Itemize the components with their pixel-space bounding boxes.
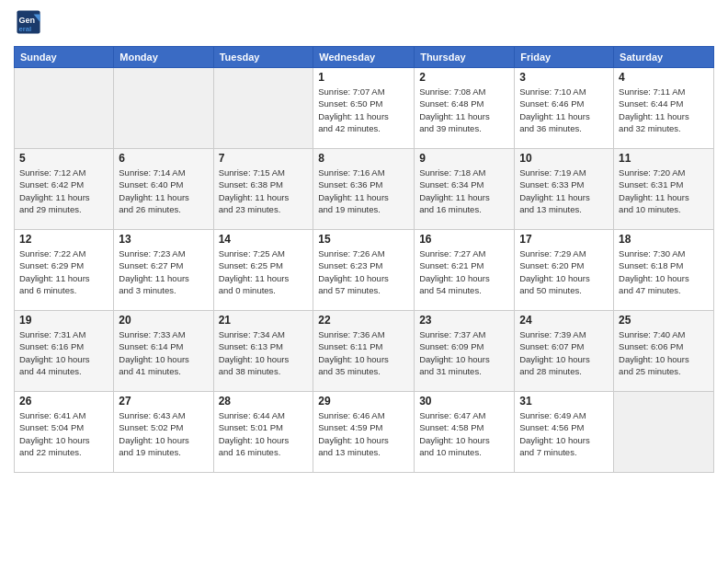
day-number: 7 xyxy=(219,152,309,165)
day-info: Sunrise: 7:16 AM Sunset: 6:36 PM Dayligh… xyxy=(318,167,409,215)
day-number: 5 xyxy=(19,152,108,165)
day-number: 19 xyxy=(19,314,108,327)
weekday-header-friday: Friday xyxy=(515,47,614,68)
day-number: 15 xyxy=(318,233,409,246)
day-info: Sunrise: 7:22 AM Sunset: 6:29 PM Dayligh… xyxy=(19,247,108,296)
day-info: Sunrise: 7:20 AM Sunset: 6:31 PM Dayligh… xyxy=(619,167,709,215)
calendar-week-3: 12Sunrise: 7:22 AM Sunset: 6:29 PM Dayli… xyxy=(15,230,714,311)
calendar-cell: 7Sunrise: 7:15 AM Sunset: 6:38 PM Daylig… xyxy=(213,149,313,230)
day-number: 26 xyxy=(19,395,108,408)
day-info: Sunrise: 6:44 AM Sunset: 5:01 PM Dayligh… xyxy=(219,409,309,458)
calendar-cell: 29Sunrise: 6:46 AM Sunset: 4:59 PM Dayli… xyxy=(313,392,415,473)
calendar-table: SundayMondayTuesdayWednesdayThursdayFrid… xyxy=(14,46,714,473)
day-number: 23 xyxy=(419,314,509,327)
calendar-cell: 28Sunrise: 6:44 AM Sunset: 5:01 PM Dayli… xyxy=(213,392,313,473)
calendar-cell: 8Sunrise: 7:16 AM Sunset: 6:36 PM Daylig… xyxy=(313,149,415,230)
day-number: 29 xyxy=(318,395,409,408)
day-number: 6 xyxy=(119,152,208,165)
calendar-cell: 26Sunrise: 6:41 AM Sunset: 5:04 PM Dayli… xyxy=(15,392,114,473)
weekday-header-row: SundayMondayTuesdayWednesdayThursdayFrid… xyxy=(15,47,714,68)
logo-icon: Gen eral xyxy=(16,9,41,35)
day-number: 18 xyxy=(619,233,709,246)
day-number: 14 xyxy=(219,233,309,246)
weekday-header-sunday: Sunday xyxy=(15,47,114,68)
page: Gen eral SundayMondayTuesdayWednesdayThu… xyxy=(0,0,728,563)
calendar-week-5: 26Sunrise: 6:41 AM Sunset: 5:04 PM Dayli… xyxy=(15,392,714,473)
logo: Gen eral xyxy=(14,9,45,39)
day-info: Sunrise: 7:27 AM Sunset: 6:21 PM Dayligh… xyxy=(419,247,509,296)
svg-text:eral: eral xyxy=(19,25,32,33)
calendar-cell: 3Sunrise: 7:10 AM Sunset: 6:46 PM Daylig… xyxy=(515,68,614,149)
day-info: Sunrise: 7:29 AM Sunset: 6:20 PM Dayligh… xyxy=(519,247,609,296)
calendar-cell: 17Sunrise: 7:29 AM Sunset: 6:20 PM Dayli… xyxy=(515,230,614,311)
calendar-cell: 1Sunrise: 7:07 AM Sunset: 6:50 PM Daylig… xyxy=(313,68,415,149)
day-info: Sunrise: 7:25 AM Sunset: 6:25 PM Dayligh… xyxy=(219,247,309,296)
day-info: Sunrise: 7:19 AM Sunset: 6:33 PM Dayligh… xyxy=(519,167,609,215)
day-number: 17 xyxy=(519,233,609,246)
day-number: 11 xyxy=(619,152,709,165)
day-info: Sunrise: 7:36 AM Sunset: 6:11 PM Dayligh… xyxy=(318,328,409,377)
day-number: 16 xyxy=(419,233,509,246)
header: Gen eral xyxy=(14,9,714,39)
day-number: 12 xyxy=(19,233,108,246)
calendar-cell: 24Sunrise: 7:39 AM Sunset: 6:07 PM Dayli… xyxy=(515,311,614,392)
weekday-header-wednesday: Wednesday xyxy=(313,47,415,68)
calendar-cell: 15Sunrise: 7:26 AM Sunset: 6:23 PM Dayli… xyxy=(313,230,415,311)
day-info: Sunrise: 7:37 AM Sunset: 6:09 PM Dayligh… xyxy=(419,328,509,377)
day-info: Sunrise: 7:07 AM Sunset: 6:50 PM Dayligh… xyxy=(318,86,409,134)
calendar-cell: 4Sunrise: 7:11 AM Sunset: 6:44 PM Daylig… xyxy=(614,68,714,149)
day-number: 3 xyxy=(519,71,609,84)
calendar-cell: 5Sunrise: 7:12 AM Sunset: 6:42 PM Daylig… xyxy=(15,149,114,230)
day-info: Sunrise: 7:26 AM Sunset: 6:23 PM Dayligh… xyxy=(318,247,409,296)
day-info: Sunrise: 7:18 AM Sunset: 6:34 PM Dayligh… xyxy=(419,167,509,215)
calendar-cell: 20Sunrise: 7:33 AM Sunset: 6:14 PM Dayli… xyxy=(114,311,213,392)
day-number: 8 xyxy=(318,152,409,165)
day-info: Sunrise: 7:23 AM Sunset: 6:27 PM Dayligh… xyxy=(119,247,208,296)
day-info: Sunrise: 6:49 AM Sunset: 4:56 PM Dayligh… xyxy=(519,409,609,458)
calendar-cell: 14Sunrise: 7:25 AM Sunset: 6:25 PM Dayli… xyxy=(213,230,313,311)
day-number: 31 xyxy=(519,395,609,408)
calendar-cell xyxy=(15,68,114,149)
calendar-cell: 13Sunrise: 7:23 AM Sunset: 6:27 PM Dayli… xyxy=(114,230,213,311)
day-info: Sunrise: 7:14 AM Sunset: 6:40 PM Dayligh… xyxy=(119,167,208,215)
day-number: 24 xyxy=(519,314,609,327)
day-number: 28 xyxy=(219,395,309,408)
day-number: 13 xyxy=(119,233,208,246)
day-number: 22 xyxy=(318,314,409,327)
calendar-cell xyxy=(614,392,714,473)
day-info: Sunrise: 7:30 AM Sunset: 6:18 PM Dayligh… xyxy=(619,247,709,296)
day-info: Sunrise: 7:40 AM Sunset: 6:06 PM Dayligh… xyxy=(619,328,709,377)
day-number: 20 xyxy=(119,314,208,327)
weekday-header-tuesday: Tuesday xyxy=(213,47,313,68)
calendar-cell: 30Sunrise: 6:47 AM Sunset: 4:58 PM Dayli… xyxy=(415,392,515,473)
day-number: 21 xyxy=(219,314,309,327)
weekday-header-saturday: Saturday xyxy=(614,47,714,68)
calendar-cell: 11Sunrise: 7:20 AM Sunset: 6:31 PM Dayli… xyxy=(614,149,714,230)
calendar-cell: 2Sunrise: 7:08 AM Sunset: 6:48 PM Daylig… xyxy=(415,68,515,149)
calendar-cell: 22Sunrise: 7:36 AM Sunset: 6:11 PM Dayli… xyxy=(313,311,415,392)
day-info: Sunrise: 7:31 AM Sunset: 6:16 PM Dayligh… xyxy=(19,328,108,377)
calendar-cell: 23Sunrise: 7:37 AM Sunset: 6:09 PM Dayli… xyxy=(415,311,515,392)
day-number: 9 xyxy=(419,152,509,165)
day-info: Sunrise: 6:47 AM Sunset: 4:58 PM Dayligh… xyxy=(419,409,509,458)
day-info: Sunrise: 7:15 AM Sunset: 6:38 PM Dayligh… xyxy=(219,167,309,215)
day-number: 2 xyxy=(419,71,509,84)
day-info: Sunrise: 6:41 AM Sunset: 5:04 PM Dayligh… xyxy=(19,409,108,458)
calendar-cell xyxy=(213,68,313,149)
day-info: Sunrise: 6:43 AM Sunset: 5:02 PM Dayligh… xyxy=(119,409,208,458)
day-number: 25 xyxy=(619,314,709,327)
calendar-cell: 18Sunrise: 7:30 AM Sunset: 6:18 PM Dayli… xyxy=(614,230,714,311)
calendar-week-4: 19Sunrise: 7:31 AM Sunset: 6:16 PM Dayli… xyxy=(15,311,714,392)
calendar-cell: 9Sunrise: 7:18 AM Sunset: 6:34 PM Daylig… xyxy=(415,149,515,230)
day-info: Sunrise: 7:08 AM Sunset: 6:48 PM Dayligh… xyxy=(419,86,509,134)
calendar-cell: 25Sunrise: 7:40 AM Sunset: 6:06 PM Dayli… xyxy=(614,311,714,392)
day-number: 27 xyxy=(119,395,208,408)
calendar-week-2: 5Sunrise: 7:12 AM Sunset: 6:42 PM Daylig… xyxy=(15,149,714,230)
calendar-cell: 16Sunrise: 7:27 AM Sunset: 6:21 PM Dayli… xyxy=(415,230,515,311)
calendar-body: 1Sunrise: 7:07 AM Sunset: 6:50 PM Daylig… xyxy=(15,68,714,473)
day-number: 10 xyxy=(519,152,609,165)
calendar-cell: 10Sunrise: 7:19 AM Sunset: 6:33 PM Dayli… xyxy=(515,149,614,230)
calendar-cell: 19Sunrise: 7:31 AM Sunset: 6:16 PM Dayli… xyxy=(15,311,114,392)
calendar-cell: 31Sunrise: 6:49 AM Sunset: 4:56 PM Dayli… xyxy=(515,392,614,473)
weekday-header-monday: Monday xyxy=(114,47,213,68)
